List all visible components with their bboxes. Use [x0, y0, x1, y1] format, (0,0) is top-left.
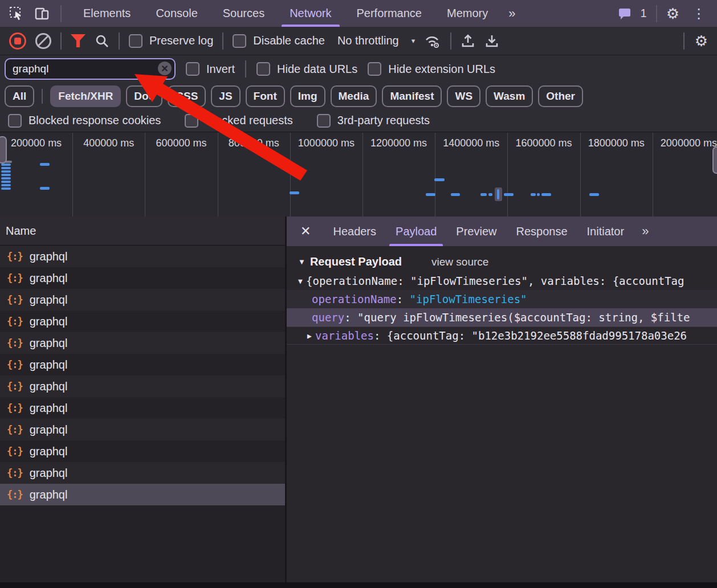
network-toolbar: Preserve log Disable cache No throttling…: [0, 27, 717, 55]
more-tabs-icon[interactable]: »: [500, 6, 524, 21]
clear-network-log-button[interactable]: [35, 33, 51, 49]
throttling-value: No throttling: [337, 34, 399, 47]
request-row[interactable]: {:}graphql: [0, 484, 285, 505]
tabbar-right-icons: 1 ⚙ ⋮: [618, 5, 717, 22]
payload-row[interactable]: ▶variables: {accountTag: "b12e3b2192ee55…: [287, 326, 717, 345]
view-source-link[interactable]: view source: [431, 256, 488, 268]
detail-tab-initiator[interactable]: Initiator: [577, 217, 634, 246]
filter-text-input[interactable]: graphql ✕: [5, 58, 176, 80]
fetch-xhr-icon: {:}: [7, 359, 23, 370]
settings-gear-icon[interactable]: ⚙: [666, 6, 679, 21]
collapsed-triangle-icon[interactable]: ▶: [304, 332, 315, 340]
chip-doc[interactable]: Doc: [126, 85, 162, 107]
chip-ws[interactable]: WS: [447, 85, 480, 107]
detail-tab-payload[interactable]: Payload: [386, 217, 446, 246]
disable-cache-control: Disable cache: [233, 34, 325, 48]
issues-count[interactable]: 1: [641, 7, 647, 20]
network-conditions-icon[interactable]: [424, 34, 441, 48]
tab-network[interactable]: Network: [277, 0, 344, 27]
payload-row[interactable]: ▼{operationName: "ipFlowTimeseries", var…: [287, 272, 717, 290]
request-row[interactable]: {:}graphql: [0, 419, 285, 440]
disable-cache-label: Disable cache: [253, 34, 325, 47]
payload-panel: ▼ Request Payload view source ▼{operatio…: [287, 246, 717, 345]
tab-memory[interactable]: Memory: [434, 0, 500, 27]
blocked-requests-checkbox[interactable]: [185, 114, 198, 128]
close-detail-icon[interactable]: ✕: [287, 224, 323, 239]
chip-wasm[interactable]: Wasm: [486, 85, 533, 107]
detail-tab-response[interactable]: Response: [506, 217, 577, 246]
clear-filter-icon[interactable]: ✕: [158, 62, 172, 75]
kebab-menu-icon[interactable]: ⋮: [689, 6, 709, 22]
overview-right-handle[interactable]: [712, 146, 717, 174]
overview-left-handle[interactable]: [0, 136, 7, 164]
filter-icon[interactable]: [71, 34, 85, 47]
issues-message-icon[interactable]: [618, 7, 632, 20]
chip-manifest[interactable]: Manifest: [382, 85, 442, 107]
detail-tabs: HeadersPayloadPreviewResponseInitiator: [323, 217, 634, 246]
overview-request-bar: [1, 164, 11, 166]
request-row[interactable]: {:}graphql: [0, 440, 285, 462]
collapse-triangle-icon[interactable]: ▼: [298, 258, 305, 266]
filter-row: graphql ✕ Invert Hide data URLs Hide ext…: [0, 55, 717, 83]
chip-all[interactable]: All: [5, 85, 34, 107]
toolbar-divider-4: [450, 32, 451, 50]
search-icon[interactable]: [95, 34, 109, 48]
throttling-dropdown[interactable]: No throttling ▾: [337, 34, 415, 47]
import-har-icon[interactable]: [461, 34, 475, 48]
-rd-party-requests-checkbox[interactable]: [317, 114, 331, 128]
tab-sources[interactable]: Sources: [210, 0, 277, 27]
request-row[interactable]: {:}graphql: [0, 397, 285, 419]
preserve-log-checkbox[interactable]: [129, 34, 142, 48]
chip-font[interactable]: Font: [246, 85, 285, 107]
chip-js[interactable]: JS: [211, 85, 240, 107]
invert-control: Invert: [186, 62, 235, 76]
overview-request-bar: [40, 163, 50, 166]
request-name: graphql: [30, 445, 68, 458]
request-row[interactable]: {:}graphql: [0, 354, 285, 375]
chip-fetchxhr[interactable]: Fetch/XHR: [50, 85, 121, 107]
record-network-log-button[interactable]: [9, 32, 26, 50]
device-toolbar-icon[interactable]: [34, 6, 50, 21]
network-settings-gear-icon[interactable]: ⚙: [695, 34, 708, 48]
request-row[interactable]: {:}graphql: [0, 462, 285, 484]
toolbar-divider-5: [683, 32, 685, 50]
chip-media[interactable]: Media: [331, 85, 377, 107]
hide-extension-urls-checkbox[interactable]: [368, 62, 381, 76]
chip-other[interactable]: Other: [538, 85, 583, 107]
detail-more-tabs-icon[interactable]: »: [634, 224, 658, 239]
payload-segment: {operationName: "ipFlowTimeseries", vari…: [306, 275, 684, 287]
disable-cache-checkbox[interactable]: [233, 34, 246, 48]
devtools-tabbar: ElementsConsoleSourcesNetworkPerformance…: [0, 0, 717, 27]
name-column-header[interactable]: Name: [0, 217, 285, 246]
detail-tab-headers[interactable]: Headers: [323, 217, 386, 246]
request-row[interactable]: {:}graphql: [0, 246, 285, 267]
tab-elements[interactable]: Elements: [71, 0, 143, 27]
request-name: graphql: [30, 380, 68, 393]
tab-console[interactable]: Console: [143, 0, 210, 27]
request-row[interactable]: {:}graphql: [0, 311, 285, 332]
chip-img[interactable]: Img: [290, 85, 325, 107]
detail-tab-preview[interactable]: Preview: [446, 217, 506, 246]
payload-row[interactable]: query: "query ipFlowTimeseries($accountT…: [287, 308, 717, 326]
overview-request-bar: [434, 178, 445, 181]
request-row[interactable]: {:}graphql: [0, 289, 285, 311]
fetch-xhr-icon: {:}: [7, 381, 23, 392]
hide-extension-urls-control: Hide extension URLs: [368, 62, 495, 76]
network-overview-timeline[interactable]: 200000 ms400000 ms600000 ms800000 ms1000…: [0, 133, 717, 218]
inspect-element-icon[interactable]: [9, 6, 24, 21]
fetch-xhr-icon: {:}: [7, 251, 23, 262]
tab-performance[interactable]: Performance: [344, 0, 435, 27]
fetch-xhr-icon: {:}: [7, 424, 23, 435]
overview-request-bar: [1, 170, 11, 173]
fetch-xhr-icon: {:}: [7, 337, 23, 349]
request-row[interactable]: {:}graphql: [0, 267, 285, 289]
invert-checkbox[interactable]: [186, 62, 199, 76]
request-row[interactable]: {:}graphql: [0, 332, 285, 354]
request-row[interactable]: {:}graphql: [0, 375, 285, 397]
blocked-response-cookies-checkbox[interactable]: [8, 114, 22, 128]
hide-data-urls-checkbox[interactable]: [256, 62, 270, 76]
chip-css[interactable]: CSS: [168, 85, 206, 107]
expanded-triangle-icon[interactable]: ▼: [295, 277, 306, 285]
export-har-icon[interactable]: [484, 34, 499, 48]
payload-row[interactable]: operationName: "ipFlowTimeseries": [287, 290, 717, 308]
